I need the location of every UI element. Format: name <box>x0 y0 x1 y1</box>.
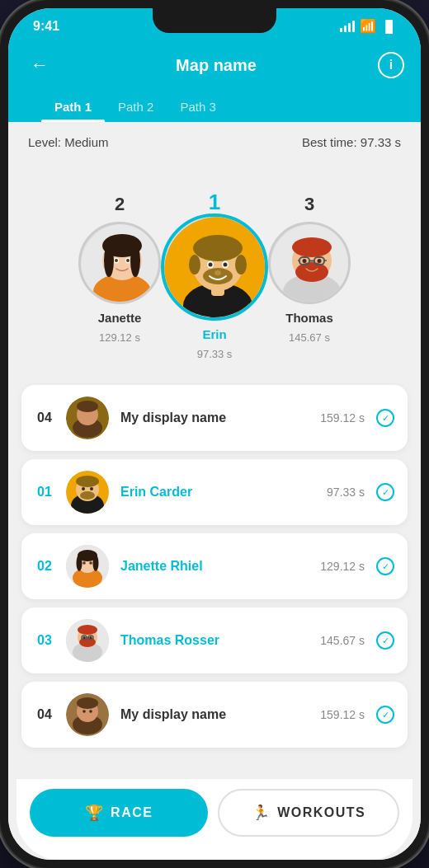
run-icon: 🏃 <box>252 804 271 822</box>
svg-point-34 <box>318 259 322 263</box>
list-name: My display name <box>120 411 309 425</box>
battery-icon: ▐▌ <box>381 20 396 33</box>
svg-point-14 <box>193 235 243 261</box>
name-third: Thomas <box>285 311 333 325</box>
info-button[interactable]: i <box>378 52 404 78</box>
list-avatar <box>66 693 109 736</box>
svg-point-42 <box>76 476 99 487</box>
rank-third: 3 <box>304 194 314 215</box>
list-item[interactable]: 03 <box>21 608 408 673</box>
check-icon: ✓ <box>376 557 394 575</box>
rank-number: 04 <box>35 411 54 425</box>
list-avatar <box>66 396 109 439</box>
time-second: 129.12 s <box>99 331 140 344</box>
list-name: Thomas Rosser <box>120 633 309 648</box>
level-info: Level: Medium Best time: 97.33 s <box>8 122 421 162</box>
status-icons: 📶 ▐▌ <box>340 18 396 34</box>
workouts-button[interactable]: 🏃 WORKOUTS <box>218 789 399 837</box>
rank-number: 02 <box>35 559 54 574</box>
list-item[interactable]: 04 My display name 159.12 s ✓ <box>21 682 408 748</box>
tab-path1[interactable]: Path 1 <box>41 91 105 122</box>
avatar-janette <box>78 222 161 304</box>
svg-point-33 <box>303 259 307 263</box>
svg-point-5 <box>130 244 140 277</box>
time-third: 145.67 s <box>289 331 330 344</box>
podium-first: 1 <box>161 190 268 360</box>
signal-icon <box>340 21 355 32</box>
podium-second: 2 <box>78 194 161 344</box>
rank-number: 03 <box>35 633 54 648</box>
svg-point-15 <box>189 255 200 274</box>
bottom-bar: 🏆 RACE 🏃 WORKOUTS <box>16 778 412 860</box>
time-first: 97.33 s <box>197 348 233 360</box>
check-icon: ✓ <box>376 483 394 501</box>
name-second: Janette <box>98 311 142 325</box>
check-icon: ✓ <box>376 631 394 650</box>
list-name: My display name <box>120 707 309 722</box>
svg-point-38 <box>77 401 98 412</box>
svg-point-43 <box>80 491 95 500</box>
trophy-icon: 🏆 <box>85 804 105 822</box>
list-name: Janette Rhiel <box>120 559 309 574</box>
svg-point-22 <box>214 270 221 275</box>
wifi-icon: 📶 <box>360 18 376 34</box>
svg-point-20 <box>209 263 213 267</box>
svg-point-44 <box>82 487 85 490</box>
list-time: 129.12 s <box>320 560 365 573</box>
rank-second: 2 <box>115 194 125 215</box>
svg-point-21 <box>224 263 228 267</box>
svg-point-50 <box>77 555 82 571</box>
svg-point-53 <box>89 561 92 565</box>
svg-point-4 <box>104 244 114 277</box>
notch <box>153 8 276 33</box>
svg-point-8 <box>115 259 118 262</box>
list-time: 145.67 s <box>320 634 365 647</box>
list-name: Erin Carder <box>120 485 315 500</box>
svg-point-27 <box>295 262 328 282</box>
list-item[interactable]: 02 Janette Rhiel <box>21 533 408 599</box>
leaderboard: 04 My display name 159.12 s ✓ <box>8 377 421 830</box>
header: ← Map name i Path 1 Path 2 Path 3 <box>8 40 421 122</box>
svg-point-63 <box>90 636 92 639</box>
level-label: Level: Medium <box>28 135 109 149</box>
phone-frame: 9:41 📶 ▐▌ ← Map name i Path 1 <box>0 0 429 868</box>
tab-path3[interactable]: Path 3 <box>167 91 229 122</box>
best-time-label: Best time: 97.33 s <box>302 135 401 149</box>
svg-point-57 <box>78 625 97 635</box>
race-button[interactable]: 🏆 RACE <box>30 789 208 837</box>
svg-point-9 <box>126 259 130 262</box>
race-label: RACE <box>111 805 153 820</box>
svg-point-62 <box>83 636 86 639</box>
podium: 2 <box>8 162 421 377</box>
phone-screen: 9:41 📶 ▐▌ ← Map name i Path 1 <box>8 8 421 860</box>
svg-point-26 <box>292 237 332 257</box>
page-title: Map name <box>176 56 257 75</box>
svg-point-68 <box>82 710 86 713</box>
svg-point-45 <box>90 487 93 490</box>
check-icon: ✓ <box>376 409 394 427</box>
list-item[interactable]: 04 My display name 159.12 s ✓ <box>21 385 408 451</box>
svg-point-16 <box>235 255 247 274</box>
check-icon: ✓ <box>376 706 394 724</box>
list-time: 97.33 s <box>327 486 365 499</box>
list-avatar <box>66 619 109 662</box>
list-avatar <box>66 471 109 514</box>
rank-number: 04 <box>35 707 54 722</box>
avatar-erin <box>161 213 268 321</box>
list-item[interactable]: 01 Erin Carder 97.33 s <box>21 459 408 525</box>
main-content: Level: Medium Best time: 97.33 s 2 <box>8 122 421 860</box>
svg-point-52 <box>82 561 86 565</box>
name-first: Erin <box>202 327 226 341</box>
tabs: Path 1 Path 2 Path 3 <box>25 91 404 122</box>
status-time: 9:41 <box>33 19 59 34</box>
podium-third: 3 <box>268 194 351 344</box>
list-time: 159.12 s <box>320 708 365 721</box>
rank-number: 01 <box>35 485 54 500</box>
workouts-label: WORKOUTS <box>277 805 365 820</box>
tab-path2[interactable]: Path 2 <box>105 91 167 122</box>
svg-point-69 <box>89 710 92 713</box>
avatar-thomas <box>268 222 351 304</box>
list-time: 159.12 s <box>320 411 365 425</box>
svg-point-67 <box>77 697 98 709</box>
back-button[interactable]: ← <box>25 50 54 80</box>
